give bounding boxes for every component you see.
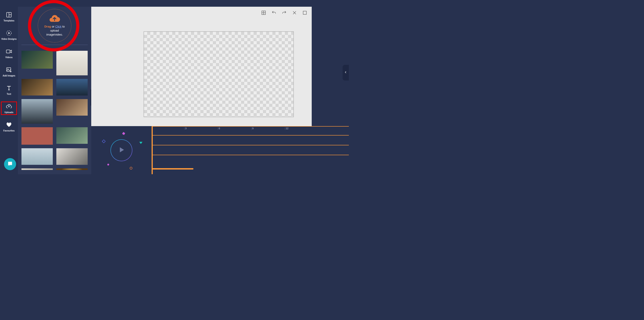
favourites-icon	[6, 122, 12, 128]
canvas-area	[91, 7, 312, 126]
nav-text[interactable]: Text	[1, 83, 17, 96]
chat-icon	[7, 161, 13, 168]
confetti-decoration	[102, 140, 106, 143]
nav-label: Uploads	[4, 111, 13, 114]
add-images-icon	[6, 66, 12, 73]
top-bar	[0, 0, 349, 7]
undo-button[interactable]	[272, 11, 276, 16]
canvas-stage[interactable]	[144, 31, 294, 117]
videos-icon	[6, 48, 12, 55]
upload-thumbnail[interactable]	[22, 127, 53, 145]
svg-rect-7	[7, 68, 11, 71]
timeline-track[interactable]	[152, 155, 349, 155]
upload-thumbnail[interactable]	[22, 79, 53, 96]
nav-uploads[interactable]: Uploads	[1, 102, 17, 115]
uploads-icon	[6, 103, 12, 110]
upload-thumbnail[interactable]	[56, 127, 88, 144]
nav-label: Add Images	[3, 74, 16, 77]
upload-dropzone[interactable]: Drag or Click to upload image/video.	[18, 7, 91, 45]
timeline-tick: 12	[286, 127, 288, 130]
stop-button[interactable]	[302, 11, 307, 16]
close-button[interactable]	[292, 11, 297, 16]
canvas-toolbar	[261, 11, 307, 16]
video-designs-icon	[6, 30, 12, 36]
svg-rect-16	[303, 11, 306, 14]
nav-templates[interactable]: Templates	[1, 10, 17, 23]
upload-thumbnail[interactable]	[56, 99, 88, 116]
cloud-upload-icon	[48, 15, 61, 24]
nav-label: Favourites	[3, 130, 15, 132]
timeline-track[interactable]	[152, 135, 349, 136]
timeline-tick: 3	[185, 127, 186, 130]
nav-label: Videos	[5, 56, 13, 58]
timeline: 36912	[91, 126, 349, 174]
text-icon	[6, 85, 12, 92]
chevron-left-icon	[344, 71, 347, 75]
nav-videos[interactable]: Videos	[1, 46, 17, 60]
uploads-thumbnail-grid	[18, 45, 91, 170]
undo-icon	[272, 10, 276, 16]
play-zone	[91, 126, 152, 174]
templates-icon	[6, 12, 12, 18]
stop-icon	[302, 10, 307, 16]
upload-dropzone-circle: Drag or Click to upload image/video.	[38, 9, 71, 42]
upload-thumbnail[interactable]	[56, 148, 88, 165]
uploads-panel: Drag or Click to upload image/video.	[18, 7, 91, 174]
svg-rect-5	[6, 50, 10, 53]
right-drawer-handle[interactable]	[342, 65, 349, 80]
svg-marker-6	[10, 50, 12, 53]
timeline-tick: 9	[252, 127, 254, 130]
nav-label: Text	[7, 93, 11, 95]
upload-thumbnail[interactable]	[22, 148, 53, 165]
nav-label: Templates	[4, 20, 14, 22]
nav-rail: Templates Video Designs Videos Add Image…	[0, 0, 18, 174]
redo-button[interactable]	[282, 11, 287, 16]
nav-add-images[interactable]: Add Images	[1, 65, 17, 78]
chat-button[interactable]	[4, 158, 16, 170]
play-button[interactable]	[110, 139, 132, 161]
upload-thumbnail[interactable]	[22, 99, 53, 124]
timeline-track[interactable]	[152, 145, 349, 145]
nav-label: Video Designs	[1, 38, 17, 40]
upload-thumbnail[interactable]	[22, 168, 53, 170]
svg-point-8	[8, 68, 8, 69]
grid-icon	[261, 10, 266, 16]
timeline-tick: 6	[219, 127, 220, 130]
upload-thumbnail[interactable]	[56, 51, 88, 75]
confetti-decoration	[139, 142, 142, 144]
timeline-ruler[interactable]: 36912	[152, 126, 349, 132]
confetti-decoration	[130, 167, 132, 170]
redo-icon	[282, 10, 287, 16]
grid-button[interactable]	[261, 11, 266, 16]
confetti-decoration	[107, 164, 109, 166]
play-icon	[118, 146, 125, 154]
timeline-tracks	[152, 135, 349, 168]
svg-marker-17	[120, 147, 124, 152]
upload-thumbnail[interactable]	[22, 51, 53, 69]
upload-dropzone-text: Drag or Click to upload image/video.	[44, 24, 64, 37]
upload-thumbnail[interactable]	[56, 79, 88, 96]
nav-favourites[interactable]: Favourites	[1, 120, 17, 133]
upload-thumbnail[interactable]	[56, 168, 88, 170]
timeline-progress[interactable]	[152, 168, 194, 170]
confetti-decoration	[122, 132, 125, 135]
close-icon	[292, 10, 297, 16]
svg-marker-4	[8, 32, 10, 34]
nav-video-designs[interactable]: Video Designs	[1, 28, 17, 42]
